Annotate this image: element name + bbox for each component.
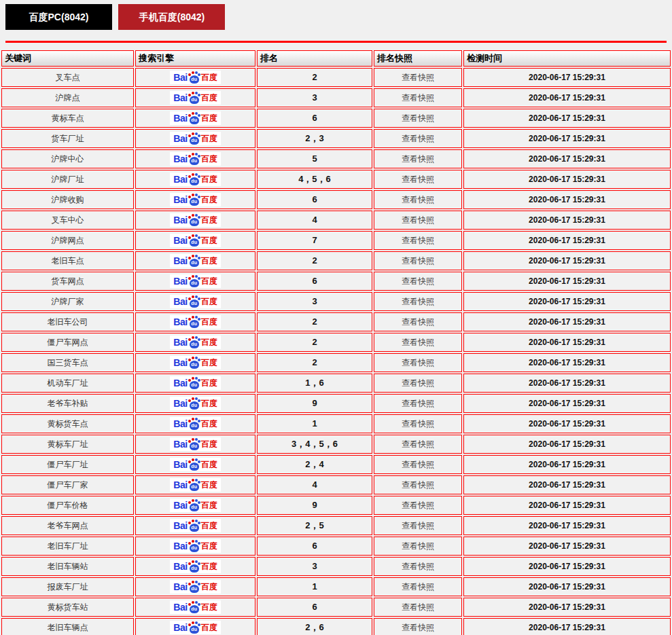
keyword-cell: 叉车点	[1, 68, 134, 87]
view-snapshot-link[interactable]: 查看快照	[374, 109, 462, 128]
rank-cell: 6	[257, 190, 372, 209]
keyword-cell: 黄标货车站	[1, 598, 134, 617]
baidu-logo: Bai du 百度	[170, 295, 220, 308]
table-row: 沪牌收购 Bai du 百度 6 查看快照 2020-06-17 15:29:3…	[1, 190, 671, 209]
view-snapshot-link[interactable]: 查看快照	[374, 475, 462, 494]
rank-cell: 4，5，6	[257, 170, 372, 189]
view-snapshot-link[interactable]: 查看快照	[374, 374, 462, 393]
view-snapshot-link[interactable]: 查看快照	[374, 598, 462, 617]
view-snapshot-link[interactable]: 查看快照	[374, 577, 462, 596]
tab-baidu-pc[interactable]: 百度PC(8042)	[5, 4, 112, 30]
baidu-logo-bai-text: Bai	[173, 499, 187, 511]
baidu-logo-cn-text: 百度	[201, 337, 217, 348]
detect-time-cell: 2020-06-17 15:29:31	[463, 414, 671, 433]
table-row: 黄标车厂址 Bai du 百度 3，4，5，6 查看快照 2020-06-17 …	[1, 435, 671, 454]
baidu-paw-icon: du	[188, 458, 200, 471]
search-engine-cell: Bai du 百度	[135, 251, 255, 270]
baidu-logo: Bai du 百度	[170, 173, 220, 186]
search-engine-cell: Bai du 百度	[135, 272, 255, 291]
view-snapshot-link[interactable]: 查看快照	[374, 129, 462, 148]
view-snapshot-link[interactable]: 查看快照	[374, 272, 462, 291]
header-rank-snapshot: 排名快照	[374, 50, 462, 67]
baidu-paw-icon: du	[188, 132, 200, 145]
view-snapshot-link[interactable]: 查看快照	[374, 149, 462, 168]
search-engine-cell: Bai du 百度	[135, 394, 255, 413]
view-snapshot-link[interactable]: 查看快照	[374, 414, 462, 433]
search-engine-cell: Bai du 百度	[135, 598, 255, 617]
table-row: 老爷车补贴 Bai du 百度 9 查看快照 2020-06-17 15:29:…	[1, 394, 671, 413]
view-snapshot-link[interactable]: 查看快照	[374, 231, 462, 250]
view-snapshot-link[interactable]: 查看快照	[374, 190, 462, 209]
baidu-logo-bai-text: Bai	[173, 357, 187, 369]
view-snapshot-link[interactable]: 查看快照	[374, 251, 462, 270]
baidu-logo: Bai du 百度	[170, 498, 220, 512]
search-engine-cell: Bai du 百度	[135, 414, 255, 433]
baidu-paw-icon: du	[188, 479, 200, 491]
detect-time-cell: 2020-06-17 15:29:31	[463, 435, 671, 454]
table-row: 叉车点 Bai du 百度 2 查看快照 2020-06-17 15:29:31	[1, 68, 671, 87]
view-snapshot-link[interactable]: 查看快照	[374, 455, 462, 474]
view-snapshot-link[interactable]: 查看快照	[374, 557, 462, 576]
view-snapshot-link[interactable]: 查看快照	[374, 618, 462, 635]
view-snapshot-link[interactable]: 查看快照	[374, 170, 462, 189]
baidu-paw-icon: du	[188, 275, 200, 287]
table-row: 僵尸车厂家 Bai du 百度 4 查看快照 2020-06-17 15:29:…	[1, 475, 671, 494]
view-snapshot-link[interactable]: 查看快照	[374, 435, 462, 454]
tab-baidu-mobile[interactable]: 手机百度(8042)	[118, 4, 225, 30]
baidu-logo: Bai du 百度	[170, 519, 220, 532]
baidu-logo-bai-text: Bai	[173, 112, 187, 124]
view-snapshot-link[interactable]: 查看快照	[374, 88, 462, 107]
detect-time-cell: 2020-06-17 15:29:31	[463, 292, 671, 311]
baidu-logo-cn-text: 百度	[201, 602, 217, 613]
baidu-logo-bai-text: Bai	[173, 418, 187, 430]
baidu-paw-icon: du	[188, 336, 200, 348]
table-row: 老旧车厂址 Bai du 百度 6 查看快照 2020-06-17 15:29:…	[1, 537, 671, 556]
baidu-logo-cn-text: 百度	[201, 215, 217, 226]
keyword-cell: 老旧车厂址	[1, 537, 134, 556]
table-row: 老旧车辆站 Bai du 百度 3 查看快照 2020-06-17 15:29:…	[1, 557, 671, 576]
keyword-cell: 国三货车点	[1, 353, 134, 372]
detect-time-cell: 2020-06-17 15:29:31	[463, 516, 671, 535]
baidu-logo-bai-text: Bai	[173, 173, 187, 185]
rank-cell: 5	[257, 149, 372, 168]
baidu-paw-icon: du	[188, 438, 200, 450]
baidu-logo-cn-text: 百度	[201, 255, 217, 267]
view-snapshot-link[interactable]: 查看快照	[374, 353, 462, 372]
baidu-logo-cn-text: 百度	[201, 153, 217, 165]
baidu-logo-cn-text: 百度	[201, 378, 217, 389]
view-snapshot-link[interactable]: 查看快照	[374, 211, 462, 230]
baidu-logo-bai-text: Bai	[173, 316, 187, 328]
detect-time-cell: 2020-06-17 15:29:31	[463, 88, 671, 107]
baidu-paw-icon: du	[188, 520, 200, 532]
baidu-logo-bai-text: Bai	[173, 336, 187, 348]
search-engine-cell: Bai du 百度	[135, 475, 255, 494]
keyword-cell: 老旧车公司	[1, 312, 134, 331]
baidu-paw-icon: du	[188, 112, 200, 124]
view-snapshot-link[interactable]: 查看快照	[374, 394, 462, 413]
search-engine-cell: Bai du 百度	[135, 109, 255, 128]
view-snapshot-link[interactable]: 查看快照	[374, 312, 462, 331]
baidu-logo-cn-text: 百度	[201, 235, 217, 247]
baidu-logo-cn-text: 百度	[201, 520, 217, 532]
baidu-logo: Bai du 百度	[170, 335, 220, 349]
detect-time-cell: 2020-06-17 15:29:31	[463, 618, 671, 635]
baidu-logo: Bai du 百度	[170, 478, 220, 492]
view-snapshot-link[interactable]: 查看快照	[374, 68, 462, 87]
table-row: 国三货车点 Bai du 百度 2 查看快照 2020-06-17 15:29:…	[1, 353, 671, 372]
view-snapshot-link[interactable]: 查看快照	[374, 516, 462, 535]
baidu-logo: Bai du 百度	[170, 539, 220, 553]
search-engine-cell: Bai du 百度	[135, 231, 255, 250]
keyword-cell: 老旧车辆站	[1, 557, 134, 576]
baidu-paw-icon: du	[188, 621, 200, 634]
detect-time-cell: 2020-06-17 15:29:31	[463, 251, 671, 270]
view-snapshot-link[interactable]: 查看快照	[374, 537, 462, 556]
baidu-logo-cn-text: 百度	[201, 439, 217, 450]
view-snapshot-link[interactable]: 查看快照	[374, 496, 462, 515]
rank-cell: 4	[257, 211, 372, 230]
baidu-logo-cn-text: 百度	[201, 459, 217, 471]
table-row: 货车网点 Bai du 百度 6 查看快照 2020-06-17 15:29:3…	[1, 272, 671, 291]
baidu-logo: Bai du 百度	[170, 621, 220, 634]
view-snapshot-link[interactable]: 查看快照	[374, 292, 462, 311]
table-row: 沪牌厂家 Bai du 百度 3 查看快照 2020-06-17 15:29:3…	[1, 292, 671, 311]
view-snapshot-link[interactable]: 查看快照	[374, 333, 462, 352]
